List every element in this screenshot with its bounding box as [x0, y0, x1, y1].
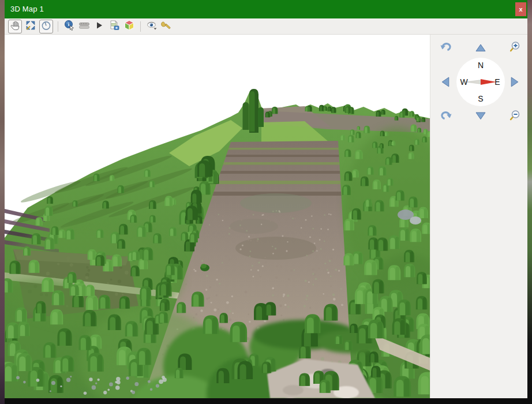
- terrain-3d-viewport[interactable]: [5, 35, 430, 398]
- rotate-cw-icon: [440, 110, 452, 123]
- display-options-button[interactable]: [160, 20, 173, 33]
- rotate-ccw-button[interactable]: [440, 42, 452, 54]
- close-button[interactable]: x: [515, 2, 526, 16]
- toolbar-separator: [58, 21, 58, 32]
- right-arrow-icon: [511, 77, 519, 89]
- play-icon: [95, 21, 103, 32]
- compass-north-label: N: [478, 61, 484, 70]
- blue-corner-arrows-icon: [25, 20, 36, 33]
- window-title: 3D Map 1: [10, 0, 44, 18]
- pan-left-button[interactable]: [441, 77, 449, 89]
- map-3d-window: 3D Map 1 x: [5, 0, 527, 398]
- up-arrow-icon: [475, 44, 486, 54]
- wrench-icon: [161, 20, 173, 33]
- orbit-circle-icon: [41, 20, 51, 33]
- desktop-background-left: [0, 0, 5, 404]
- terrain-scene: [5, 35, 430, 398]
- view-toolbar: i: [5, 18, 527, 35]
- tilt-up-button[interactable]: [475, 44, 486, 54]
- compass[interactable]: N S W E: [456, 58, 505, 106]
- rotate-ccw-icon: [440, 42, 452, 54]
- compass-south-label: S: [478, 94, 483, 103]
- visibility-button[interactable]: [145, 20, 158, 33]
- view-properties-button[interactable]: [123, 20, 136, 33]
- navigation-panel: N S W E: [430, 35, 527, 398]
- left-arrow-icon: [441, 77, 449, 89]
- toolbar-separator: [140, 21, 141, 32]
- orbit-tool-button[interactable]: [39, 20, 53, 33]
- zoom-out-button[interactable]: [509, 110, 522, 124]
- info-cursor-icon: i: [63, 20, 75, 33]
- eye-dropdown-icon: [146, 20, 158, 33]
- window-titlebar[interactable]: 3D Map 1 x: [5, 0, 527, 18]
- save-image-button[interactable]: [108, 20, 121, 33]
- color-cube-icon: [123, 20, 135, 33]
- zoom-out-magnifier-icon: [509, 110, 522, 124]
- hand-pan-icon: [10, 20, 20, 33]
- ruler-icon: [78, 21, 90, 32]
- down-arrow-icon: [475, 112, 486, 122]
- fly-through-button[interactable]: [93, 20, 106, 33]
- compass-east-label: E: [494, 77, 500, 87]
- feature-info-button[interactable]: i: [63, 20, 76, 33]
- pan-tool-button[interactable]: [8, 20, 22, 33]
- zoom-in-button[interactable]: [509, 41, 522, 55]
- measure-tool-button[interactable]: [78, 20, 91, 33]
- rotate-cw-button[interactable]: [440, 110, 452, 123]
- tilt-down-button[interactable]: [475, 112, 486, 122]
- compass-west-label: W: [460, 77, 467, 87]
- pan-right-button[interactable]: [511, 77, 519, 89]
- zoom-extents-button[interactable]: [24, 20, 37, 33]
- image-file-icon: [108, 20, 120, 33]
- zoom-in-magnifier-icon: [509, 41, 522, 55]
